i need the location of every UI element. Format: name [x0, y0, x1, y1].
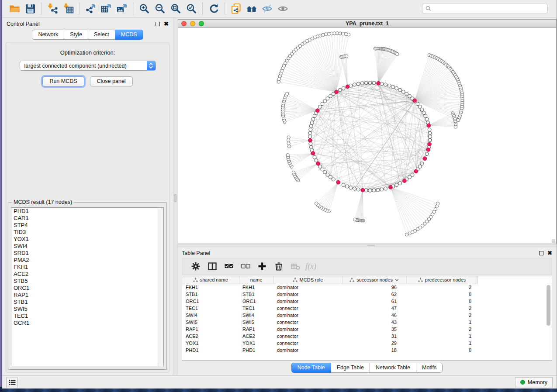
- dominator-node[interactable]: [377, 81, 381, 85]
- graph-node[interactable]: [395, 86, 398, 90]
- graph-node[interactable]: [372, 189, 376, 192]
- table-scrollbar[interactable]: [546, 285, 551, 359]
- show-panels-button[interactable]: [6, 378, 18, 387]
- graph-node[interactable]: [368, 189, 372, 192]
- dominator-node[interactable]: [316, 162, 320, 165]
- graph-node[interactable]: [396, 52, 399, 55]
- zoom-fit-button[interactable]: [168, 2, 183, 16]
- column-header-successor-nodes[interactable]: successor nodes: [342, 276, 406, 284]
- import-table-button[interactable]: [60, 2, 76, 16]
- graph-node[interactable]: [313, 114, 316, 118]
- export-network-button[interactable]: [83, 2, 98, 16]
- graph-node[interactable]: [309, 124, 313, 128]
- graph-node[interactable]: [428, 135, 432, 138]
- dominator-node[interactable]: [308, 138, 312, 142]
- graph-node[interactable]: [323, 100, 327, 103]
- table-row[interactable]: PHD1PHD1dominator180: [182, 347, 477, 354]
- show-columns-button[interactable]: [204, 260, 221, 273]
- graph-node[interactable]: [356, 82, 360, 86]
- delete-table-button[interactable]: [287, 260, 304, 273]
- dominator-node[interactable]: [413, 99, 417, 103]
- graph-node[interactable]: [360, 82, 364, 85]
- scrollbar-thumb[interactable]: [547, 285, 550, 326]
- zoom-out-button[interactable]: [152, 2, 168, 16]
- graph-node[interactable]: [321, 102, 324, 106]
- zoom-selected-button[interactable]: [183, 2, 199, 16]
- graph-node[interactable]: [428, 138, 432, 142]
- first-neighbors-button[interactable]: [244, 2, 259, 16]
- graph-node[interactable]: [285, 92, 288, 95]
- export-image-button[interactable]: [114, 2, 130, 16]
- graph-node[interactable]: [332, 178, 335, 181]
- graph-node[interactable]: [364, 81, 368, 85]
- tab-style[interactable]: Style: [64, 30, 88, 40]
- graph-node[interactable]: [287, 145, 291, 148]
- graph-node[interactable]: [287, 139, 290, 142]
- import-network-button[interactable]: [45, 2, 60, 16]
- graph-node[interactable]: [323, 170, 327, 174]
- graph-node[interactable]: [321, 168, 324, 171]
- mcds-result-item[interactable]: STP4: [11, 222, 163, 229]
- float-panel-icon[interactable]: [156, 22, 160, 26]
- graph-node[interactable]: [398, 182, 402, 185]
- table-row[interactable]: ORC1ORC1dominator610: [182, 298, 477, 305]
- graph-node[interactable]: [457, 118, 460, 121]
- memory-button[interactable]: Memory: [515, 377, 553, 387]
- graph-node[interactable]: [345, 185, 349, 188]
- graph-node[interactable]: [428, 128, 431, 131]
- graph-node[interactable]: [405, 92, 408, 96]
- tab-motifs[interactable]: Motifs: [416, 363, 443, 373]
- hide-selected-button[interactable]: [259, 2, 275, 16]
- table-row[interactable]: TEC1TEC1connector472: [182, 305, 477, 312]
- graph-node[interactable]: [353, 187, 356, 190]
- graph-node[interactable]: [311, 117, 315, 121]
- graph-node[interactable]: [411, 173, 414, 176]
- mcds-result-item[interactable]: CAR1: [11, 215, 163, 222]
- tab-mcds[interactable]: MCDS: [115, 30, 143, 40]
- graph-node[interactable]: [326, 97, 329, 100]
- graph-node[interactable]: [380, 82, 384, 86]
- graph-node[interactable]: [345, 55, 348, 58]
- dominator-node[interactable]: [423, 157, 427, 161]
- graph-node[interactable]: [384, 187, 387, 190]
- graph-node[interactable]: [372, 81, 376, 85]
- graph-node[interactable]: [308, 135, 312, 138]
- graph-node[interactable]: [425, 117, 429, 121]
- mcds-result-item[interactable]: TEC1: [11, 313, 163, 320]
- mcds-result-item[interactable]: ORC1: [11, 285, 163, 292]
- graph-node[interactable]: [395, 183, 398, 187]
- search-input[interactable]: [433, 6, 544, 12]
- dominator-node[interactable]: [336, 180, 340, 184]
- mcds-result-item[interactable]: YOX1: [11, 236, 163, 243]
- graph-node[interactable]: [398, 88, 402, 92]
- add-row-button[interactable]: [254, 260, 270, 273]
- graph-node[interactable]: [313, 155, 316, 159]
- vertical-splitter[interactable]: [173, 18, 177, 375]
- graph-node[interactable]: [384, 83, 387, 86]
- column-settings-gear-button[interactable]: [187, 260, 204, 273]
- table-row[interactable]: SWI4SWI4dominator462: [182, 312, 477, 319]
- close-panel-icon[interactable]: ✖: [164, 22, 169, 26]
- mcds-result-item[interactable]: STB1: [11, 299, 163, 306]
- show-all-button[interactable]: [275, 2, 291, 16]
- dominator-node[interactable]: [428, 142, 432, 146]
- graph-node[interactable]: [391, 85, 395, 89]
- table-row[interactable]: FKH1FKH1dominator962: [182, 284, 477, 291]
- zoom-in-button[interactable]: [136, 2, 152, 16]
- graph-node[interactable]: [380, 188, 384, 191]
- graph-node[interactable]: [329, 175, 332, 179]
- canvas-resize-grip[interactable]: [552, 239, 555, 243]
- mcds-result-item[interactable]: TID3: [11, 229, 163, 236]
- graph-node[interactable]: [418, 105, 422, 108]
- graph-node[interactable]: [315, 202, 318, 205]
- mcds-result-item[interactable]: PMA2: [11, 257, 163, 264]
- mcds-result-item[interactable]: PHD1: [11, 208, 163, 215]
- tab-select[interactable]: Select: [88, 30, 115, 40]
- tab-network-table[interactable]: Network Table: [370, 363, 416, 373]
- graph-node[interactable]: [287, 142, 290, 145]
- column-header-predecessor-nodes[interactable]: predecessor nodes: [406, 276, 477, 284]
- graph-node[interactable]: [420, 108, 424, 111]
- graph-node[interactable]: [356, 188, 360, 191]
- dominator-node[interactable]: [361, 188, 365, 192]
- graph-node[interactable]: [342, 86, 345, 90]
